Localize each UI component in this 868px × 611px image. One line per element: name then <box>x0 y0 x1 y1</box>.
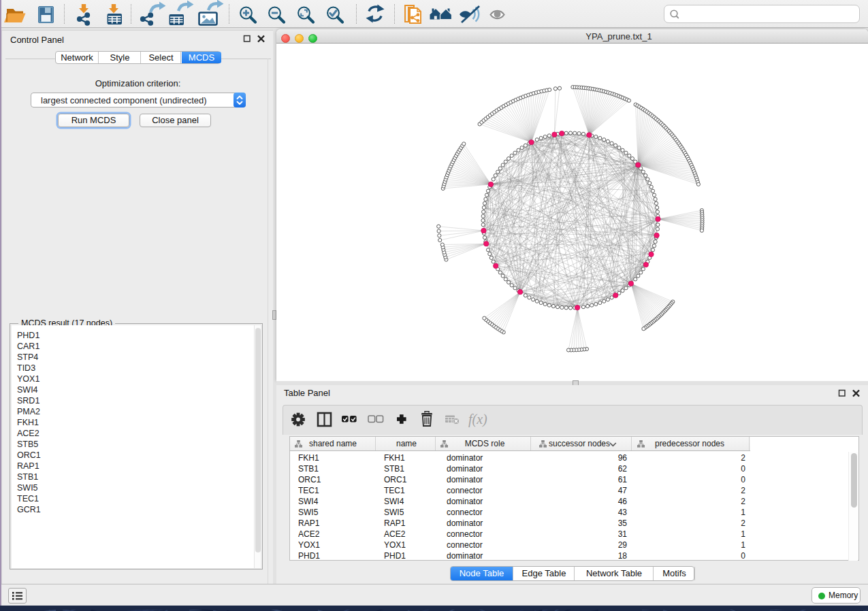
svg-text:f(x): f(x) <box>468 412 487 427</box>
